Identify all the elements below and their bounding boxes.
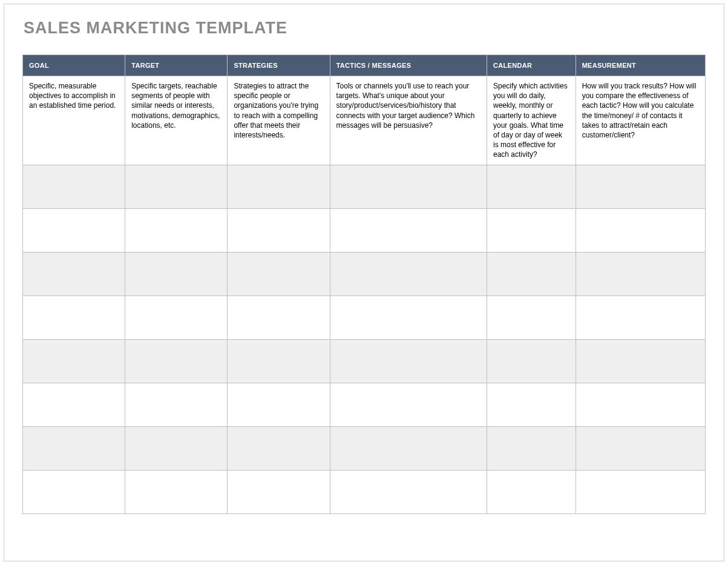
cell (125, 296, 228, 339)
table-row (23, 470, 706, 514)
cell (228, 426, 330, 470)
cell (576, 339, 705, 383)
cell (125, 208, 228, 252)
table-row (23, 426, 706, 470)
table-row (23, 208, 706, 252)
cell (125, 165, 228, 208)
cell (330, 165, 487, 208)
cell (330, 252, 487, 296)
cell (23, 208, 125, 252)
table-header-row: GOAL TARGET STRATEGIES TACTICS / MESSAGE… (23, 55, 706, 76)
cell (23, 426, 125, 470)
desc-calendar: Specify which activities you will do dai… (487, 76, 576, 165)
header-target: TARGET (125, 55, 228, 76)
cell (23, 165, 125, 208)
description-row: Specific, measurable objectives to accom… (23, 76, 706, 165)
cell (487, 165, 576, 208)
cell (23, 296, 125, 339)
cell (228, 296, 330, 339)
cell (487, 426, 576, 470)
cell (125, 470, 228, 514)
cell (125, 426, 228, 470)
desc-target: Specific targets, reachable segments of … (125, 76, 228, 165)
header-tactics: TACTICS / MESSAGES (330, 55, 487, 76)
desc-tactics: Tools or channels you'll use to reach yo… (330, 76, 487, 165)
cell (576, 165, 705, 208)
cell (487, 208, 576, 252)
cell (487, 383, 576, 426)
cell (576, 208, 705, 252)
cell (228, 339, 330, 383)
cell (23, 470, 125, 514)
table-row (23, 383, 706, 426)
cell (23, 252, 125, 296)
cell (330, 470, 487, 514)
cell (228, 252, 330, 296)
table-row (23, 296, 706, 339)
cell (487, 252, 576, 296)
cell (228, 470, 330, 514)
table-row (23, 339, 706, 383)
desc-goal: Specific, measurable objectives to accom… (23, 76, 125, 165)
cell (330, 339, 487, 383)
cell (228, 208, 330, 252)
cell (228, 165, 330, 208)
cell (487, 470, 576, 514)
cell (125, 252, 228, 296)
page-title: SALES MARKETING TEMPLATE (24, 19, 706, 38)
cell (576, 426, 705, 470)
document-page: SALES MARKETING TEMPLATE GOAL TARGET STR… (4, 4, 724, 561)
header-calendar: CALENDAR (487, 55, 576, 76)
table-row (23, 165, 706, 208)
desc-measurement: How will you track results? How will you… (576, 76, 705, 165)
header-measurement: MEASUREMENT (576, 55, 705, 76)
cell (576, 383, 705, 426)
cell (576, 252, 705, 296)
cell (487, 339, 576, 383)
cell (23, 339, 125, 383)
cell (23, 383, 125, 426)
cell (330, 296, 487, 339)
header-goal: GOAL (23, 55, 125, 76)
desc-strategies: Strategies to attract the specific peopl… (228, 76, 330, 165)
cell (330, 383, 487, 426)
cell (576, 470, 705, 514)
cell (576, 296, 705, 339)
cell (330, 426, 487, 470)
cell (125, 383, 228, 426)
cell (330, 208, 487, 252)
cell (125, 339, 228, 383)
sales-marketing-table: GOAL TARGET STRATEGIES TACTICS / MESSAGE… (22, 55, 706, 514)
cell (228, 383, 330, 426)
cell (487, 296, 576, 339)
table-row (23, 252, 706, 296)
header-strategies: STRATEGIES (228, 55, 330, 76)
